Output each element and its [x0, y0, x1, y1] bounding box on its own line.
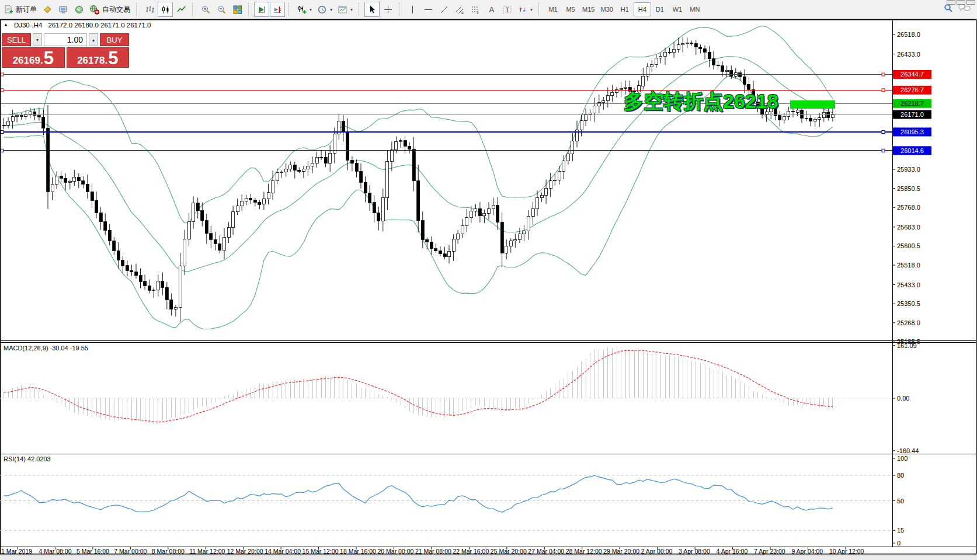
chat-icon[interactable] — [958, 3, 971, 16]
svg-text:25850.5: 25850.5 — [897, 185, 920, 192]
candlestick-chart-button[interactable] — [158, 2, 173, 17]
candles — [2, 37, 834, 322]
line-handle[interactable] — [882, 73, 885, 76]
templates-dropdown[interactable]: ▾ — [335, 2, 355, 17]
chart-annotation-text[interactable]: 多空转折点26218 — [624, 88, 778, 115]
tf-button-m5[interactable]: M5 — [562, 2, 579, 16]
collapse-triangle-icon[interactable]: ▲ — [4, 23, 8, 27]
volume-decrease-button[interactable]: ▼ — [33, 33, 42, 46]
chart-canvas[interactable]: 26518.026433.025933.025850.525768.025683… — [0, 19, 977, 555]
vertical-line-button[interactable] — [405, 2, 420, 17]
new-chart-dropdown[interactable]: ▾ — [294, 2, 314, 17]
text-button[interactable]: A — [484, 2, 499, 17]
close-button[interactable] — [966, 0, 975, 5]
svg-text:A: A — [489, 5, 494, 14]
sell-price-main: 26169. — [13, 55, 43, 67]
tf-button-m30[interactable]: M30 — [597, 2, 616, 16]
tile-windows-button[interactable] — [230, 2, 245, 17]
toolbar-separator — [399, 3, 402, 16]
zoom-in-icon — [201, 5, 211, 15]
svg-text:3 Apr 08:00: 3 Apr 08:00 — [679, 548, 710, 555]
svg-text:22 Mar 16:00: 22 Mar 16:00 — [453, 548, 489, 555]
svg-text:25933.0: 25933.0 — [897, 166, 920, 173]
market-watch-button[interactable] — [40, 2, 55, 17]
zoom-out-icon — [217, 5, 227, 15]
svg-text:50: 50 — [897, 498, 904, 505]
rsi-name: RSI(14) — [4, 455, 26, 462]
svg-text:26344.7: 26344.7 — [900, 71, 924, 78]
tf-button-mn[interactable]: MN — [686, 2, 704, 16]
mdi-window-controls — [947, 0, 975, 5]
label-icon: T — [502, 5, 512, 15]
svg-text:4 Mar 08:00: 4 Mar 08:00 — [39, 548, 71, 555]
svg-text:0: 0 — [897, 540, 900, 547]
cursor-button[interactable] — [364, 2, 380, 17]
search-icon[interactable] — [943, 3, 954, 16]
svg-text:12 Mar 20:00: 12 Mar 20:00 — [227, 548, 263, 555]
fibonacci-button[interactable]: F — [468, 2, 483, 17]
candlestick-chart-icon — [161, 5, 171, 15]
chart-shift-button[interactable] — [270, 2, 285, 17]
profiles-dropdown[interactable]: ▾ — [315, 2, 335, 17]
tf-button-d1[interactable]: D1 — [651, 2, 669, 16]
svg-text:4 Apr 16:00: 4 Apr 16:00 — [717, 548, 748, 555]
restore-button[interactable] — [957, 0, 965, 5]
line-handle[interactable] — [1, 89, 4, 92]
tile-windows-icon — [232, 5, 242, 15]
highlight-bar[interactable] — [790, 100, 835, 109]
tf-button-h4[interactable]: H4 — [634, 2, 651, 16]
shapes-dropdown[interactable]: ▾ — [515, 2, 535, 17]
new-order-button[interactable]: 新订单 — [1, 2, 39, 17]
svg-text:27 Mar 04:00: 27 Mar 04:00 — [528, 548, 564, 555]
auto-scroll-button[interactable] — [254, 2, 269, 17]
line-handle[interactable] — [882, 131, 885, 134]
buy-price-pips: 5 — [108, 50, 118, 67]
line-handle[interactable] — [1, 73, 4, 76]
svg-text:26276.7: 26276.7 — [900, 86, 924, 93]
svg-text:29 Mar 20:00: 29 Mar 20:00 — [603, 548, 639, 555]
autotrading-icon — [89, 5, 100, 15]
zoom-in-button[interactable] — [198, 2, 213, 17]
terminal-button[interactable] — [55, 2, 71, 17]
svg-text:80: 80 — [897, 472, 904, 479]
svg-text:28 Mar 12:00: 28 Mar 12:00 — [566, 548, 602, 555]
minimize-button[interactable] — [947, 0, 955, 5]
sell-price-pips: 5 — [44, 50, 54, 67]
new-order-label: 新订单 — [16, 5, 37, 15]
autotrading-button[interactable]: 自动交易 — [87, 2, 133, 17]
svg-text:26171.0: 26171.0 — [900, 111, 924, 118]
line-chart-icon — [176, 5, 186, 15]
one-click-trading-panel: SELL ▼ ▲ BUY 26169.5 26178.5 — [2, 33, 129, 68]
line-handle[interactable] — [1, 131, 4, 134]
tf-button-m15[interactable]: M15 — [579, 2, 597, 16]
news-button[interactable] — [71, 2, 86, 17]
sell-price-button[interactable]: 26169.5 — [2, 47, 65, 68]
sell-button[interactable]: SELL — [2, 33, 31, 46]
crosshair-button[interactable] — [380, 2, 395, 17]
svg-text:25350.5: 25350.5 — [897, 300, 920, 307]
buy-button[interactable]: BUY — [100, 33, 129, 46]
macd-label: MACD(12,26,9) -30.04 -19.55 — [4, 345, 88, 352]
buy-price-button[interactable]: 26178.5 — [67, 47, 130, 68]
toolbar-separator — [192, 3, 195, 16]
volume-input[interactable] — [44, 33, 87, 46]
tf-button-w1[interactable]: W1 — [669, 2, 686, 16]
line-handle[interactable] — [1, 149, 4, 152]
label-button[interactable]: T — [499, 2, 514, 17]
svg-text:26218.7: 26218.7 — [900, 100, 924, 107]
tf-button-m1[interactable]: M1 — [544, 2, 562, 16]
line-handle[interactable] — [882, 89, 885, 92]
line-chart-button[interactable] — [173, 2, 189, 17]
svg-text:0.00: 0.00 — [897, 395, 909, 402]
trendline-button[interactable] — [436, 2, 451, 17]
svg-text:25683.0: 25683.0 — [897, 224, 920, 231]
volume-increase-button[interactable]: ▲ — [89, 33, 98, 46]
tf-button-h1[interactable]: H1 — [616, 2, 634, 16]
svg-text:8 Mar 08:00: 8 Mar 08:00 — [152, 548, 185, 555]
bar-chart-button[interactable] — [142, 2, 157, 17]
line-handle[interactable] — [882, 149, 885, 152]
channel-button[interactable]: E — [452, 2, 467, 17]
svg-text:-160.44: -160.44 — [897, 447, 919, 454]
horizontal-line-button[interactable] — [420, 2, 436, 17]
zoom-out-button[interactable] — [214, 2, 229, 17]
